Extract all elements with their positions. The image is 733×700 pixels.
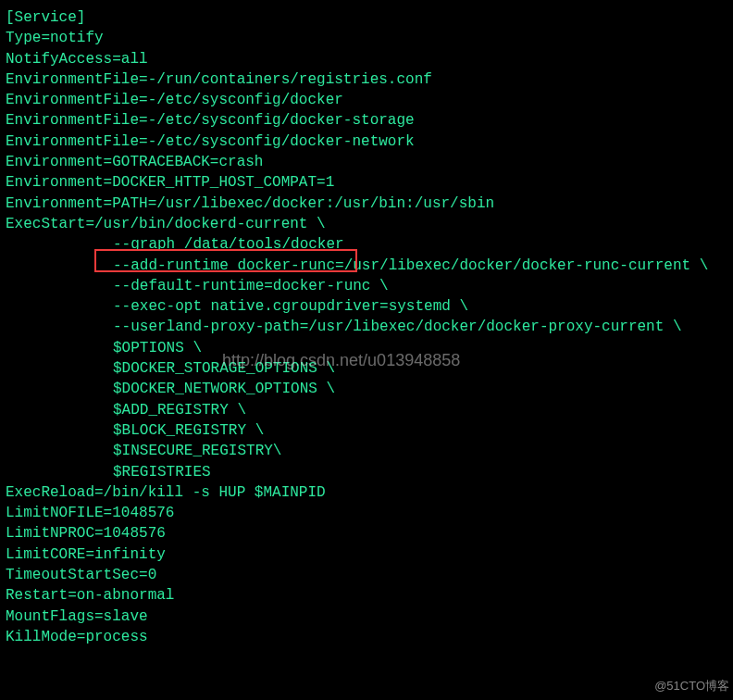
config-line: $INSECURE_REGISTRY\: [6, 441, 727, 461]
config-line: $ADD_REGISTRY \: [6, 400, 727, 420]
config-line: $REGISTRIES: [6, 462, 727, 482]
config-line: EnvironmentFile=-/etc/sysconfig/docker-s…: [6, 110, 727, 131]
config-line: TimeoutStartSec=0: [6, 565, 727, 585]
config-line: $OPTIONS \: [6, 338, 727, 358]
config-line: Environment=GOTRACEBACK=crash: [6, 152, 727, 172]
config-line: $BLOCK_REGISTRY \: [6, 420, 727, 441]
config-line: EnvironmentFile=-/etc/sysconfig/docker-n…: [6, 131, 727, 152]
config-line: Type=notify: [6, 28, 727, 48]
config-line: --exec-opt native.cgroupdriver=systemd \: [6, 296, 727, 317]
config-line: KillMode=process: [6, 627, 727, 647]
config-line: --userland-proxy-path=/usr/libexec/docke…: [6, 317, 727, 337]
config-line: MountFlags=slave: [6, 606, 727, 627]
config-line: LimitCORE=infinity: [6, 544, 727, 565]
config-line: $DOCKER_NETWORK_OPTIONS \: [6, 379, 727, 399]
config-line: Environment=PATH=/usr/libexec/docker:/us…: [6, 194, 727, 214]
config-line: ExecReload=/bin/kill -s HUP $MAINPID: [6, 482, 727, 503]
config-line: --add-runtime docker-runc=/usr/libexec/d…: [6, 256, 727, 276]
config-line: Environment=DOCKER_HTTP_HOST_COMPAT=1: [6, 172, 727, 193]
config-line: --default-runtime=docker-runc \: [6, 276, 727, 296]
config-line: EnvironmentFile=-/run/containers/registr…: [6, 69, 727, 90]
config-line: $DOCKER_STORAGE_OPTIONS \: [6, 358, 727, 379]
config-line: Restart=on-abnormal: [6, 585, 727, 606]
config-line: LimitNOFILE=1048576: [6, 503, 727, 523]
config-line: [Service]: [6, 7, 727, 28]
config-line: NotifyAccess=all: [6, 49, 727, 69]
highlighted-graph-line: --graph /data/tools/docker: [6, 234, 727, 255]
watermark-51cto: @51CTO博客: [654, 676, 729, 696]
config-line: EnvironmentFile=-/etc/sysconfig/docker: [6, 90, 727, 110]
config-line: LimitNPROC=1048576: [6, 523, 727, 544]
config-line: ExecStart=/usr/bin/dockerd-current \: [6, 214, 727, 234]
